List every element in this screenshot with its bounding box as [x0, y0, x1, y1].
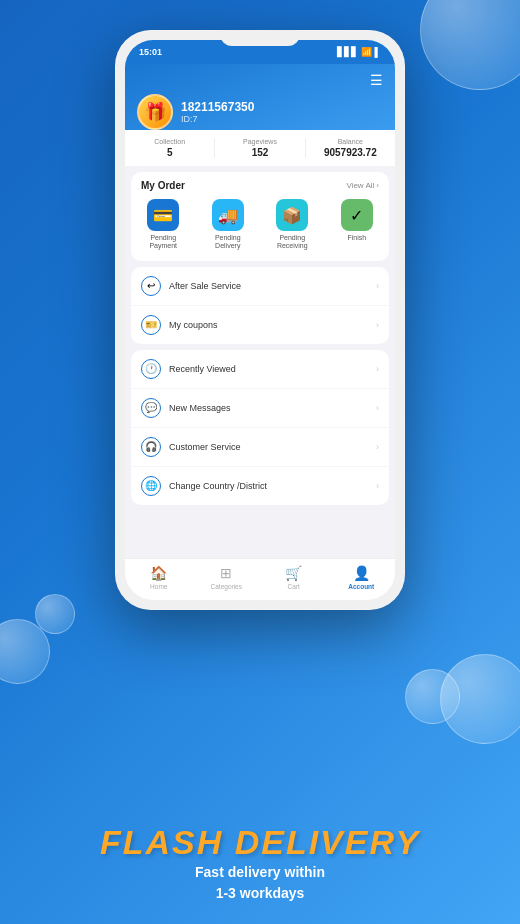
- stat-collection-label: Collection: [125, 138, 214, 145]
- new-messages-item[interactable]: 💬 New Messages ›: [131, 389, 389, 428]
- chevron-icon: ›: [376, 481, 379, 491]
- profile-info: 18211567350 ID:7: [181, 100, 254, 124]
- chevron-icon: ›: [376, 281, 379, 291]
- messages-icon: 💬: [141, 398, 161, 418]
- order-finish[interactable]: ✓ Finish: [341, 199, 373, 251]
- nav-categories[interactable]: ⊞ Categories: [193, 565, 261, 590]
- flash-title: FLASH DELIVERY: [0, 823, 520, 862]
- signal-icon: ▋▋▋: [337, 47, 358, 57]
- phone-notch: [220, 30, 300, 46]
- bottom-nav: 🏠 Home ⊞ Categories 🛒 Cart 👤 Account: [125, 558, 395, 600]
- decorative-bubble: [420, 0, 520, 90]
- chevron-right-icon: ›: [376, 181, 379, 190]
- stats-row: Collection 5 Pageviews 152 Balance 90579…: [125, 130, 395, 166]
- order-pending-delivery[interactable]: 🚚 PendingDelivery: [212, 199, 244, 251]
- new-messages-label: New Messages: [169, 403, 376, 413]
- stat-balance-label: Balance: [306, 138, 395, 145]
- chevron-icon: ›: [376, 320, 379, 330]
- chevron-icon: ›: [376, 442, 379, 452]
- categories-icon: ⊞: [220, 565, 232, 581]
- avatar[interactable]: 🎁: [137, 94, 173, 130]
- recently-viewed-label: Recently Viewed: [169, 364, 376, 374]
- stat-pageviews-label: Pageviews: [215, 138, 304, 145]
- after-sale-label: After Sale Service: [169, 281, 376, 291]
- decorative-bubble: [405, 669, 460, 724]
- decorative-bubble: [35, 594, 75, 634]
- wifi-icon: 📶: [361, 47, 372, 57]
- menu-group-2: 🕐 Recently Viewed › 💬 New Messages › 🎧 C…: [131, 350, 389, 505]
- footer: FLASH DELIVERY Fast delivery within1-3 w…: [0, 823, 520, 904]
- cart-icon: 🛒: [285, 565, 302, 581]
- stat-balance: Balance 9057923.72: [306, 138, 395, 158]
- stat-pageviews: Pageviews 152: [215, 138, 305, 158]
- customer-service-item[interactable]: 🎧 Customer Service ›: [131, 428, 389, 467]
- coupons-icon: 🎫: [141, 315, 161, 335]
- nav-home[interactable]: 🏠 Home: [125, 565, 193, 590]
- my-order-card: My Order View All › 💳 PendingPayment 🚚 P…: [131, 172, 389, 261]
- chevron-icon: ›: [376, 403, 379, 413]
- status-time: 15:01: [139, 47, 162, 57]
- stat-pageviews-value: 152: [215, 147, 304, 158]
- country-icon: 🌐: [141, 476, 161, 496]
- status-icons: ▋▋▋ 📶 ▌: [337, 47, 381, 57]
- username: 18211567350: [181, 100, 254, 114]
- nav-account[interactable]: 👤 Account: [328, 565, 396, 590]
- my-coupons-item[interactable]: 🎫 My coupons ›: [131, 306, 389, 344]
- coupons-label: My coupons: [169, 320, 376, 330]
- menu-icon[interactable]: ☰: [370, 72, 383, 88]
- nav-cart[interactable]: 🛒 Cart: [260, 565, 328, 590]
- phone-frame: 15:01 ▋▋▋ 📶 ▌ ☰ 🎁 18211567350: [115, 30, 405, 610]
- user-id: ID:7: [181, 114, 254, 124]
- customer-service-icon: 🎧: [141, 437, 161, 457]
- stat-collection: Collection 5: [125, 138, 215, 158]
- nav-account-label: Account: [348, 583, 374, 590]
- flash-subtitle: Fast delivery within1-3 workdays: [0, 862, 520, 904]
- nav-home-label: Home: [150, 583, 167, 590]
- stat-balance-value: 9057923.72: [306, 147, 395, 158]
- account-icon: 👤: [353, 565, 370, 581]
- change-country-label: Change Country /District: [169, 481, 376, 491]
- change-country-item[interactable]: 🌐 Change Country /District ›: [131, 467, 389, 505]
- after-sale-icon: ↩: [141, 276, 161, 296]
- nav-categories-label: Categories: [211, 583, 242, 590]
- view-all-button[interactable]: View All ›: [346, 181, 379, 190]
- customer-service-label: Customer Service: [169, 442, 376, 452]
- menu-group-1: ↩ After Sale Service › 🎫 My coupons ›: [131, 267, 389, 344]
- header: ☰ 🎁 18211567350 ID:7 Collection 5: [125, 64, 395, 166]
- after-sale-service-item[interactable]: ↩ After Sale Service ›: [131, 267, 389, 306]
- recently-viewed-item[interactable]: 🕐 Recently Viewed ›: [131, 350, 389, 389]
- my-order-title: My Order: [141, 180, 185, 191]
- recently-viewed-icon: 🕐: [141, 359, 161, 379]
- home-icon: 🏠: [150, 565, 167, 581]
- order-icons-row: 💳 PendingPayment 🚚 PendingDelivery 📦 Pen…: [131, 195, 389, 261]
- stat-collection-value: 5: [125, 147, 214, 158]
- chevron-icon: ›: [376, 364, 379, 374]
- phone-screen: 15:01 ▋▋▋ 📶 ▌ ☰ 🎁 18211567350: [125, 40, 395, 600]
- order-pending-payment[interactable]: 💳 PendingPayment: [147, 199, 179, 251]
- nav-cart-label: Cart: [288, 583, 300, 590]
- avatar-emoji: 🎁: [144, 101, 166, 123]
- battery-icon: ▌: [375, 47, 381, 57]
- order-pending-receiving[interactable]: 📦 PendingReceiving: [276, 199, 308, 251]
